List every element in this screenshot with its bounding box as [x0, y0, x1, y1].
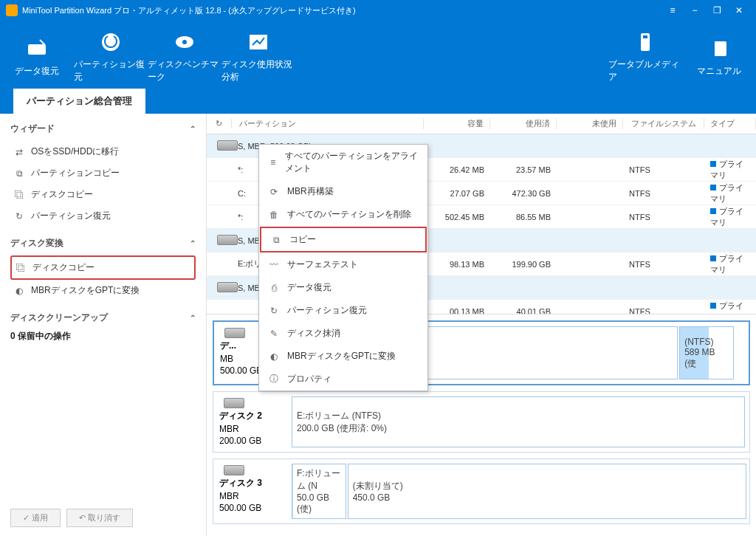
- disk-copy-item[interactable]: ⿻ディスクコピー: [10, 184, 196, 205]
- partition-recovery-item[interactable]: ↻パーティション復元: [10, 205, 196, 227]
- maximize-button[interactable]: ❐: [706, 0, 728, 21]
- used-cell: 472.30 GB: [490, 189, 557, 198]
- undo-button[interactable]: ↶ 取り消す: [66, 509, 133, 527]
- svg-rect-8: [712, 41, 715, 56]
- disk-icon: [224, 398, 244, 408]
- disk-copy-icon: ⿻: [13, 189, 25, 201]
- tab-partition-management[interactable]: パーティション総合管理: [13, 89, 145, 114]
- capacity-cell: 26.42 MB: [424, 165, 490, 174]
- ctx-MBR再構築[interactable]: ⟳MBR再構築: [259, 180, 427, 203]
- used-cell: 199.90 GB: [490, 260, 557, 269]
- cleanup-section-header[interactable]: ディスククリーンアップ⌃: [10, 312, 196, 324]
- ctx-パーティション復元[interactable]: ↻パーティション復元: [259, 299, 427, 322]
- capacity-cell: 27.07 GB: [424, 189, 490, 198]
- usage-analysis-button[interactable]: ディスク使用状況分析: [221, 27, 295, 87]
- refresh-button[interactable]: ↻: [207, 119, 232, 128]
- disk-card[interactable]: ディスク 3MBR500.00 GBF:ボリューム (N50.0 GB (使)(…: [213, 458, 750, 524]
- window-title: MiniTool Partition Wizard プロ・アルティメット版 12…: [22, 5, 662, 16]
- disk-name: ディスク 3: [219, 477, 281, 489]
- type-marker-icon: [710, 208, 716, 214]
- close-button[interactable]: ✕: [728, 0, 750, 21]
- ctx-label: コピー: [289, 233, 316, 246]
- partition-recovery-icon: [99, 30, 123, 54]
- copy-icon: ⧉: [13, 168, 25, 179]
- disk-mbr: MBR: [219, 491, 281, 501]
- convert-section-header[interactable]: ディスク変換⌃: [10, 237, 196, 250]
- bar-label: (未割り当て): [353, 480, 741, 492]
- ctx-label: パーティション復元: [287, 304, 367, 317]
- ctx-ディスク抹消[interactable]: ✎ディスク抹消: [259, 322, 427, 345]
- col-used[interactable]: 使用済: [490, 118, 557, 129]
- ctx-icon: 〰: [268, 259, 280, 271]
- chevron-up-icon: ⌃: [190, 125, 196, 133]
- disk-info: ディスク 3MBR500.00 GB: [213, 459, 287, 523]
- apply-button[interactable]: ✓ 適用: [10, 509, 61, 527]
- partition-bar[interactable]: (NTFS)589 MB (使: [679, 326, 733, 379]
- disk-size: 500.00 GB: [219, 503, 281, 513]
- partition-bar[interactable]: F:ボリューム (N50.0 GB (使): [292, 464, 346, 519]
- col-partition[interactable]: パーティション: [232, 118, 424, 129]
- ctx-プロパティ[interactable]: ⓘプロパティ: [259, 368, 427, 391]
- wizard-section-header[interactable]: ウィザード⌃: [10, 123, 196, 135]
- ctx-label: サーフェステスト: [287, 258, 358, 271]
- capacity-cell: 502.45 MB: [424, 213, 490, 221]
- type-marker-icon: [710, 161, 716, 167]
- tab-bar: パーティション総合管理: [0, 93, 756, 114]
- disk-card[interactable]: ディスク 2MBR200.00 GBE:ボリューム (NTFS)200.0 GB…: [213, 391, 750, 453]
- chevron-up-icon: ⌃: [190, 239, 196, 247]
- disk-context-menu: ≡すべてのパーティションをアライメント⟳MBR再構築🗑すべてのパーティションを削…: [258, 144, 428, 391]
- disk-mbr: MBR: [219, 424, 281, 434]
- partition-copy-item[interactable]: ⧉パーティションコピー: [10, 162, 196, 184]
- sidebar: ウィザード⌃ ⇄OSをSSD/HDDに移行 ⧉パーティションコピー ⿻ディスクコ…: [0, 114, 207, 536]
- partition-bar[interactable]: (未割り当て)450.0 GB: [348, 464, 746, 519]
- type-marker-icon: [710, 255, 716, 261]
- ctx-すべてのパーティションをアライメント[interactable]: ≡すべてのパーティションをアライメント: [259, 145, 427, 180]
- ctx-icon: ⧉: [270, 234, 282, 246]
- menu-button[interactable]: ≡: [662, 0, 684, 21]
- type-cell: プライマリ: [704, 206, 756, 228]
- bootable-media-button[interactable]: ブータブルメディア: [608, 27, 682, 87]
- minimize-button[interactable]: −: [684, 0, 706, 21]
- bar-label: F:ボリューム (N: [297, 467, 341, 492]
- col-capacity[interactable]: 容量: [424, 118, 490, 129]
- convert-icon: ◐: [13, 285, 25, 297]
- pending-operations: 0 保留中の操作: [10, 330, 196, 343]
- disk-copy-convert-item[interactable]: ⿻ディスクコピー: [10, 255, 196, 280]
- benchmark-button[interactable]: ディスクベンチマーク: [148, 27, 221, 87]
- mbr-to-gpt-item[interactable]: ◐MBRディスクをGPTに変換: [10, 280, 196, 301]
- disk-size: 200.00 GB: [219, 436, 281, 446]
- migrate-icon: ⇄: [13, 146, 25, 158]
- bar-sub: 450.0 GB: [353, 492, 741, 503]
- ctx-label: データ復元: [287, 281, 331, 294]
- col-type[interactable]: タイプ: [704, 118, 756, 129]
- ctx-label: MBRディスクをGPTに変換: [287, 350, 396, 363]
- ctx-すべてのパーティションを削除[interactable]: 🗑すべてのパーティションを削除: [259, 203, 427, 226]
- type-marker-icon: [710, 303, 716, 309]
- ctx-データ復元[interactable]: ⎙データ復元: [259, 276, 427, 299]
- bar-sub: 589 MB (使: [684, 347, 728, 370]
- col-free[interactable]: 未使用: [557, 118, 623, 129]
- ctx-label: すべてのパーティションを削除: [287, 208, 411, 221]
- partition-recovery-button[interactable]: パーティション復元: [74, 27, 148, 87]
- ctx-label: MBR再構築: [287, 185, 334, 198]
- ctx-MBRディスクをGPTに変換[interactable]: ◐MBRディスクをGPTに変換: [259, 345, 427, 368]
- fs-cell: NTFS: [623, 213, 704, 221]
- ctx-コピー[interactable]: ⧉コピー: [260, 227, 427, 252]
- disk-icon: [224, 465, 244, 475]
- usb-icon: [633, 30, 657, 54]
- partition-bar[interactable]: E:ボリューム (NTFS)200.0 GB (使用済: 0%): [292, 396, 745, 447]
- book-icon: [707, 37, 731, 61]
- manual-button[interactable]: マニュアル: [682, 27, 756, 87]
- benchmark-icon: [173, 30, 196, 54]
- disk-name: ディスク 2: [219, 410, 281, 422]
- partition-bars: E:ボリューム (NTFS)200.0 GB (使用済: 0%): [287, 392, 749, 452]
- os-migrate-item[interactable]: ⇄OSをSSD/HDDに移行: [10, 141, 196, 162]
- disk-copy-icon: ⿻: [15, 262, 27, 274]
- ctx-label: すべてのパーティションをアライメント: [285, 150, 419, 175]
- ctx-icon: ⎙: [268, 282, 280, 294]
- ctx-サーフェステスト[interactable]: 〰サーフェステスト: [259, 253, 427, 276]
- data-recovery-button[interactable]: データ復元: [0, 27, 74, 87]
- type-cell: プライマリ: [704, 253, 756, 275]
- col-filesystem[interactable]: ファイルシステム: [623, 118, 704, 129]
- partition-bars: F:ボリューム (N50.0 GB (使)(未割り当て)450.0 GB: [287, 459, 749, 523]
